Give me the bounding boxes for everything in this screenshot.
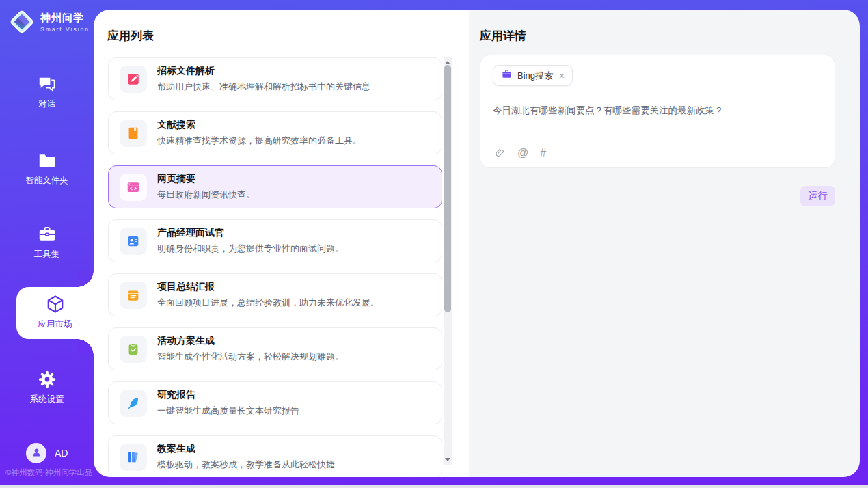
sidebar-item-chat[interactable]: 对话	[0, 74, 94, 110]
user-icon	[30, 446, 43, 461]
brand-tagline: Smart Vision	[40, 26, 90, 33]
app-description: 快速精准查找学术资源，提高研究效率的必备工具。	[157, 135, 362, 147]
composer-toolbar: @#	[494, 147, 546, 159]
cube-icon	[45, 294, 66, 314]
app-name: 文献搜索	[157, 119, 362, 131]
app-description: 全面回顾项目进展，总结经验教训，助力未来优化发展。	[157, 297, 379, 309]
app-card-bid-document-analysis[interactable]: 招标文件解析 帮助用户快速、准确地理解和解析招标书中的关键信息	[108, 57, 442, 100]
app-description: 明确身份和职责，为您提供专业性的面试问题。	[157, 243, 344, 255]
copyright-text: ©神州数码·神州问学出品	[5, 467, 92, 478]
app-name: 研究报告	[157, 389, 299, 401]
calendar-report-icon	[120, 282, 147, 309]
query-input[interactable]: 今日湖北有哪些新闻要点？有哪些需要关注的最新政策？	[493, 104, 822, 118]
clipboard-check-icon	[120, 336, 147, 363]
app-card-lesson-plan[interactable]: 教案生成 模板驱动，教案秒成，教学准备从此轻松快捷	[108, 435, 442, 477]
webpage-code-icon	[120, 174, 147, 201]
tool-chip-label: Bing搜索	[517, 70, 553, 82]
sidebar: 神州问学 Smart Vision 对话 智能文件夹 工具集 应用市场 系统设置…	[0, 0, 94, 485]
prompt-card: Bing搜索 × 今日湖北有哪些新闻要点？有哪些需要关注的最新政策？ @#	[480, 55, 835, 168]
scroll-down-arrow-icon[interactable]	[444, 455, 452, 463]
gear-icon	[37, 369, 57, 390]
app-name: 产品经理面试官	[157, 227, 344, 239]
hash-icon[interactable]: #	[540, 148, 546, 159]
sidebar-item-label: 系统设置	[0, 394, 94, 405]
app-card-literature-search[interactable]: 文献搜索 快速精准查找学术资源，提高研究效率的必备工具。	[108, 111, 442, 154]
brand-logo: 神州问学 Smart Vision	[8, 8, 90, 36]
sidebar-item-settings[interactable]: 系统设置	[0, 369, 94, 405]
app-list: 招标文件解析 帮助用户快速、准确地理解和解析招标书中的关键信息 文献搜索 快速精…	[108, 57, 442, 477]
interviewer-icon	[120, 228, 147, 255]
at-icon[interactable]: @	[517, 148, 528, 159]
app-name: 项目总结汇报	[157, 281, 379, 293]
app-description: 一键智能生成高质量长文本研究报告	[157, 405, 299, 417]
toolbox-icon	[37, 224, 57, 245]
book-icon	[120, 120, 147, 147]
main-content: 应用列表 招标文件解析 帮助用户快速、准确地理解和解析招标书中的关键信息 文献搜…	[94, 10, 860, 477]
sidebar-item-app-market[interactable]: 应用市场	[16, 287, 94, 339]
bottom-strip	[0, 485, 868, 488]
app-list-panel: 应用列表 招标文件解析 帮助用户快速、准确地理解和解析招标书中的关键信息 文献搜…	[94, 10, 469, 477]
app-name: 网页摘要	[157, 173, 255, 185]
app-name: 教案生成	[157, 443, 335, 455]
app-card-event-plan[interactable]: 活动方案生成 智能生成个性化活动方案，轻松解决规划难题。	[108, 327, 442, 370]
briefcase-icon	[501, 68, 513, 83]
app-description: 每日政府新闻资讯快查。	[157, 189, 255, 201]
diamond-logo-icon	[8, 8, 36, 36]
app-name: 招标文件解析	[157, 65, 370, 77]
scrollbar[interactable]	[444, 57, 452, 465]
sidebar-item-label: 应用市场	[16, 318, 94, 330]
app-description: 模板驱动，教案秒成，教学准备从此轻松快捷	[157, 459, 335, 471]
app-card-pm-interviewer[interactable]: 产品经理面试官 明确身份和职责，为您提供专业性的面试问题。	[108, 219, 442, 262]
tool-chip-bing-search[interactable]: Bing搜索 ×	[493, 65, 573, 86]
avatar	[26, 443, 46, 463]
app-description: 帮助用户快速、准确地理解和解析招标书中的关键信息	[157, 81, 370, 93]
edit-document-icon	[120, 66, 147, 93]
app-detail-panel: 应用详情 Bing搜索 × 今日湖北有哪些新闻要点？有哪些需要关注的最新政策？ …	[469, 10, 860, 477]
user-initials: AD	[55, 448, 68, 459]
close-icon[interactable]: ×	[559, 71, 565, 81]
books-icon	[120, 444, 147, 471]
sidebar-item-label: 工具集	[0, 249, 94, 260]
app-list-title: 应用列表	[107, 28, 154, 44]
sidebar-item-toolset[interactable]: 工具集	[0, 224, 94, 260]
app-card-webpage-summary[interactable]: 网页摘要 每日政府新闻资讯快查。	[108, 165, 442, 208]
brand-name: 神州问学	[40, 12, 90, 25]
app-detail-title: 应用详情	[480, 28, 526, 44]
folder-icon	[37, 150, 57, 171]
sidebar-item-label: 智能文件夹	[0, 175, 94, 187]
scrollbar-thumb[interactable]	[444, 65, 451, 312]
app-description: 智能生成个性化活动方案，轻松解决规划难题。	[157, 351, 344, 363]
chat-icon	[37, 74, 57, 94]
app-name: 活动方案生成	[157, 335, 344, 347]
user-row[interactable]: AD	[26, 443, 68, 463]
app-card-project-summary[interactable]: 项目总结汇报 全面回顾项目进展，总结经验教训，助力未来优化发展。	[108, 273, 442, 316]
sidebar-item-label: 对话	[0, 98, 94, 110]
quill-pen-icon	[120, 390, 147, 417]
run-button[interactable]: 运行	[800, 186, 835, 206]
sidebar-item-smart-folders[interactable]: 智能文件夹	[0, 150, 94, 187]
paperclip-icon[interactable]	[494, 147, 506, 159]
app-card-research-report[interactable]: 研究报告 一键智能生成高质量长文本研究报告	[108, 381, 442, 424]
